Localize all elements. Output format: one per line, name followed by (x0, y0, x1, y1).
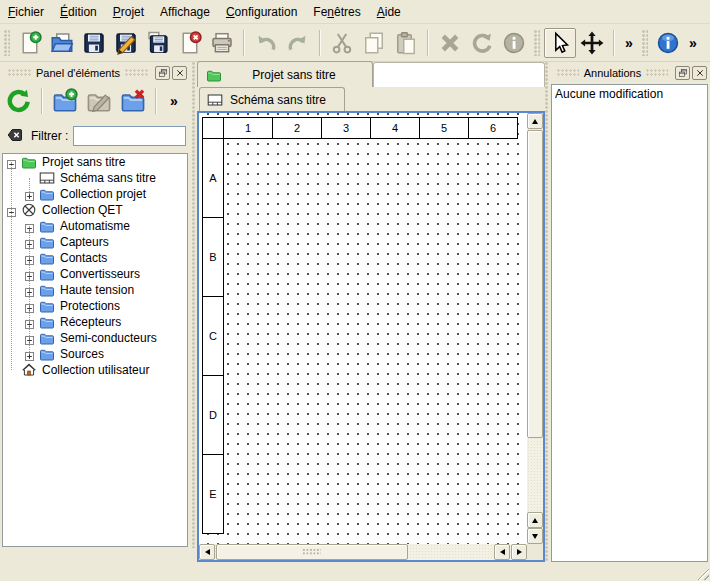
cut-icon (330, 31, 354, 55)
undo-list: Aucune modification (551, 84, 708, 562)
filter-input[interactable] (73, 126, 186, 146)
new-category-button[interactable] (48, 85, 82, 117)
filter-row: Filtrer : (0, 123, 190, 149)
toolbar-drag-handle[interactable] (642, 30, 648, 56)
redo-button[interactable] (282, 28, 314, 58)
tree-item-label: Collection projet (60, 187, 146, 201)
panel-overflow-button[interactable]: » (164, 85, 184, 117)
save-as-button[interactable] (110, 28, 142, 58)
info-blue-icon (656, 31, 680, 55)
project-folder-icon (21, 154, 37, 170)
toolbar-drag-handle[interactable] (534, 30, 540, 56)
toolbar-overflow-button[interactable]: » (620, 28, 638, 58)
select-mode-button[interactable] (544, 28, 576, 58)
window-resize-grip[interactable] (695, 566, 709, 580)
tree-item-automatisme[interactable]: Automatisme (3, 218, 187, 234)
grid-column-label: 6 (468, 117, 518, 139)
filter-clear-icon (7, 127, 23, 143)
paste-icon (394, 31, 418, 55)
folder-icon (39, 298, 55, 314)
copy-button[interactable] (358, 28, 390, 58)
pan-mode-button[interactable] (576, 28, 608, 58)
toolbar-drag-handle[interactable] (4, 30, 10, 56)
schema-icon (207, 92, 223, 108)
grid-column-label: 1 (223, 117, 273, 139)
vertical-scroll-thumb[interactable] (527, 130, 543, 438)
tree-item-label: Récepteurs (60, 315, 121, 329)
menu-item-affichage[interactable]: Affichage (152, 2, 218, 22)
open-button[interactable] (46, 28, 78, 58)
cut-button[interactable] (326, 28, 358, 58)
horizontal-scrollbar[interactable] (199, 544, 527, 560)
tree-item-projet-sans-titre[interactable]: Projet sans titre (3, 154, 187, 170)
menu-item-fichier[interactable]: Fichier (0, 2, 52, 22)
scroll-up-button[interactable] (527, 113, 543, 129)
tree-item-semi-conducteurs[interactable]: Semi-conducteurs (3, 330, 187, 346)
dock-handle-texture (125, 69, 148, 77)
tree-item-haute-tension[interactable]: Haute tension (3, 282, 187, 298)
tree-item-convertisseurs[interactable]: Convertisseurs (3, 266, 187, 282)
new-document-icon (18, 31, 42, 55)
scroll-left-button[interactable] (199, 544, 215, 560)
schema-canvas[interactable]: 123456 ABCDE (199, 113, 527, 544)
print-button[interactable] (206, 28, 238, 58)
close-panel-button[interactable] (172, 66, 187, 80)
save-button[interactable] (78, 28, 110, 58)
arrow-left-icon (205, 549, 210, 555)
float-panel-button[interactable] (155, 66, 170, 80)
scroll-down-button[interactable] (527, 528, 543, 544)
folder-icon (39, 282, 55, 298)
edit-category-button[interactable] (82, 85, 116, 117)
tree-item-collection-qet[interactable]: Collection QET (3, 202, 187, 218)
tree-item-label: Collection utilisateur (42, 363, 149, 377)
schema-tab[interactable]: Schéma sans titre (199, 87, 345, 112)
tree-item-sources[interactable]: Sources (3, 346, 187, 362)
dock-handle-texture (8, 69, 31, 77)
undo-list-item[interactable]: Aucune modification (552, 85, 707, 103)
arrow-left-icon (500, 549, 505, 555)
tree-item-schema-sans-titre[interactable]: Schéma sans titre (3, 170, 187, 186)
close-undo-button[interactable] (692, 66, 707, 80)
tree-item-protections[interactable]: Protections (3, 298, 187, 314)
tree-item-capteurs[interactable]: Capteurs (3, 234, 187, 250)
save-all-button[interactable] (142, 28, 174, 58)
dock-handle-texture (646, 69, 668, 77)
grid-column-label: 2 (272, 117, 322, 139)
scrollbar-corner (527, 544, 543, 560)
menu-item-aide[interactable]: Aide (369, 2, 409, 22)
undo-button[interactable] (250, 28, 282, 58)
scroll-right-button[interactable] (511, 544, 527, 560)
new-document-button[interactable] (14, 28, 46, 58)
menu-item-edition[interactable]: Édition (52, 2, 105, 22)
help-overflow-button[interactable]: » (684, 28, 702, 58)
tree-item-label: Contacts (60, 251, 107, 265)
copy-icon (362, 31, 386, 55)
menu-item-configuration[interactable]: Configuration (218, 2, 305, 22)
scroll-up-button-2[interactable] (527, 512, 543, 528)
paste-button[interactable] (390, 28, 422, 58)
close-document-button[interactable] (174, 28, 206, 58)
grid-column-label: 5 (419, 117, 469, 139)
delete-category-button[interactable] (116, 85, 150, 117)
clear-filter-button[interactable] (4, 126, 26, 146)
horizontal-scroll-thumb[interactable] (216, 544, 408, 560)
object-info-button[interactable] (498, 28, 530, 58)
tree-item-collection-projet[interactable]: Collection projet (3, 186, 187, 202)
tree-item-contacts[interactable]: Contacts (3, 250, 187, 266)
about-qet-button[interactable] (652, 28, 684, 58)
folder-icon (39, 186, 55, 202)
vertical-scrollbar[interactable] (527, 113, 543, 544)
float-undo-button[interactable] (675, 66, 690, 80)
project-tab[interactable]: Projet sans titre (197, 61, 373, 87)
tree-item-collection-utilisateur[interactable]: Collection utilisateur (3, 362, 187, 378)
grid-row-label: D (202, 375, 224, 455)
menu-item-fenetres[interactable]: Fenêtres (305, 2, 368, 22)
scroll-left-button-2[interactable] (494, 544, 510, 560)
left-splitter[interactable] (190, 62, 197, 548)
schema-view[interactable]: 123456 ABCDE (197, 111, 545, 562)
rotate-button[interactable] (466, 28, 498, 58)
delete-button[interactable] (434, 28, 466, 58)
menu-item-projet[interactable]: Projet (105, 2, 152, 22)
reload-collections-button[interactable] (2, 85, 36, 117)
tree-item-recepteurs[interactable]: Récepteurs (3, 314, 187, 330)
